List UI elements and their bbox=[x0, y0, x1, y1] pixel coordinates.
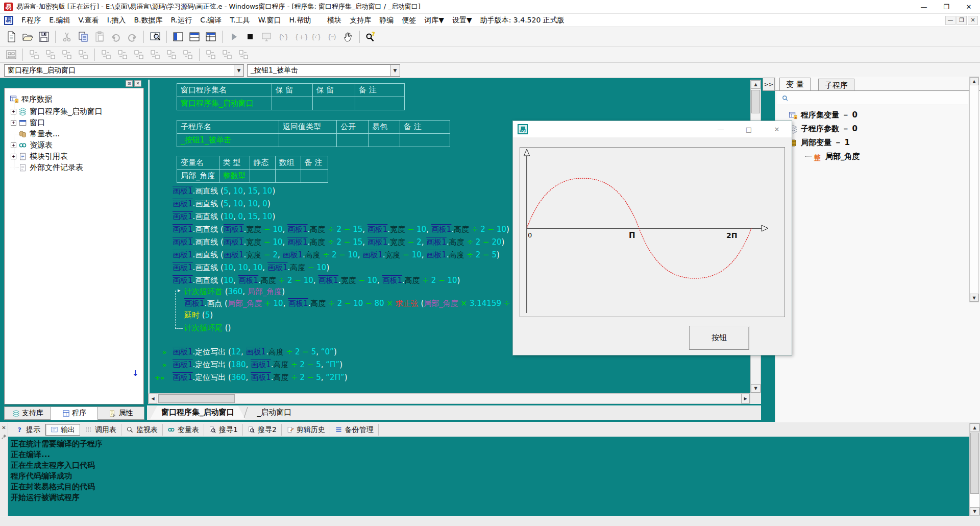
maximize-button[interactable]: ❐ bbox=[935, 0, 958, 13]
find-book-button[interactable] bbox=[148, 30, 163, 44]
table-value-cell[interactable] bbox=[275, 170, 301, 183]
layout-b-button[interactable] bbox=[187, 30, 202, 44]
child-close-button[interactable]: ✕ bbox=[968, 16, 978, 25]
save-button[interactable] bbox=[36, 30, 52, 44]
tree-root-program-data[interactable]: e程序数据 bbox=[10, 93, 52, 105]
output-tab-调用表[interactable]: 调用表 bbox=[80, 424, 121, 436]
align-2-button[interactable] bbox=[43, 47, 58, 62]
vscroll-thumb[interactable] bbox=[751, 90, 760, 113]
scroll-up-icon[interactable]: ▲ bbox=[970, 423, 979, 432]
menu-2[interactable]: E.编辑 bbox=[45, 14, 74, 26]
chevron-down-icon[interactable]: ▼ bbox=[234, 65, 243, 76]
tree-item-3[interactable]: 常量表... bbox=[11, 128, 60, 139]
align-13-button[interactable] bbox=[236, 47, 251, 62]
table-value-cell[interactable]: 局部_角度 bbox=[177, 170, 219, 183]
code-hscrollbar[interactable]: ◀ ▶ bbox=[148, 393, 750, 404]
menu-extra-5[interactable]: 词库▼ bbox=[420, 14, 448, 26]
table-value-cell[interactable] bbox=[337, 134, 369, 147]
popup-maximize-button[interactable]: □ bbox=[741, 124, 756, 135]
output-scroll-thumb[interactable] bbox=[970, 433, 979, 494]
hscroll-thumb[interactable] bbox=[158, 394, 235, 403]
panel-item-3[interactable]: 局部变量 － 1 bbox=[789, 138, 850, 148]
hand-pan-button[interactable] bbox=[340, 30, 356, 44]
menu-10[interactable]: H.帮助 bbox=[285, 14, 315, 26]
output-tab-监视表[interactable]: 监视表 bbox=[121, 424, 163, 436]
code-line-14[interactable]: 画板1.定位写出 (180, 画板1.高度 ÷ 2 − 5, “Π”) bbox=[173, 360, 342, 371]
align-7-button[interactable] bbox=[131, 47, 146, 62]
menu-extra-2[interactable]: 支持库 bbox=[346, 14, 375, 26]
menu-4[interactable]: I.插入 bbox=[103, 14, 130, 26]
code-line-2[interactable]: 画板1.画直线 (5, 10, 10, 0) bbox=[173, 199, 271, 210]
panel-item-1[interactable]: e程序集变量 － 0 bbox=[789, 110, 857, 120]
menu-extra-4[interactable]: 便签 bbox=[398, 14, 420, 26]
cut-button[interactable] bbox=[59, 30, 75, 44]
align-9-button[interactable] bbox=[164, 47, 179, 62]
copy-button[interactable] bbox=[76, 30, 91, 44]
output-tab-变量表[interactable]: 变量表 bbox=[163, 424, 204, 436]
table-value-cell[interactable] bbox=[279, 134, 337, 147]
method-combo[interactable]: _按钮1_被单击 ▼ bbox=[247, 64, 400, 77]
table-value-cell[interactable] bbox=[313, 97, 355, 110]
run-button[interactable] bbox=[226, 30, 241, 44]
align-1-button[interactable] bbox=[27, 47, 42, 62]
align-11-button[interactable] bbox=[203, 47, 218, 62]
code-line-1[interactable]: 画板1.画直线 (5, 10, 15, 10) bbox=[173, 186, 275, 198]
code-line-8[interactable]: 画板1.画直线 (10, 画板1.高度 ÷ 2 − 10, 画板1.宽度 − 1… bbox=[173, 276, 460, 287]
table-value-cell[interactable]: 窗口程序集_启动窗口 bbox=[177, 97, 272, 110]
variable-search-input[interactable] bbox=[777, 91, 968, 105]
undo-button[interactable] bbox=[125, 30, 140, 44]
menu-extra-3[interactable]: 静编 bbox=[375, 14, 398, 26]
brace-3-button[interactable]: { } bbox=[308, 30, 323, 44]
tab-属性[interactable]: 属性 bbox=[97, 407, 144, 420]
output-tab-剪辑历史[interactable]: 剪辑历史 bbox=[282, 424, 330, 436]
layout-c-button[interactable] bbox=[203, 30, 218, 44]
menu-7[interactable]: C.编译 bbox=[196, 14, 226, 26]
close-button[interactable]: ✕ bbox=[958, 0, 980, 13]
tab-程序[interactable]: 程序 bbox=[51, 407, 97, 420]
code-line-11[interactable]: 延时 (5) bbox=[184, 310, 213, 322]
align-8-button[interactable] bbox=[148, 47, 163, 62]
menu-3[interactable]: V.查看 bbox=[75, 14, 103, 26]
tree-item-1[interactable]: +窗口程序集_启动窗口 bbox=[11, 106, 103, 117]
find-in-files-button[interactable]: ? bbox=[363, 30, 379, 44]
expander-plus-icon[interactable]: + bbox=[11, 120, 16, 126]
menu-9[interactable]: W.窗口 bbox=[254, 14, 285, 26]
scroll-left-icon[interactable]: ◀ bbox=[149, 394, 157, 403]
chevron-down-icon[interactable]: ▼ bbox=[390, 65, 400, 76]
new-file-button[interactable] bbox=[4, 30, 19, 44]
child-minimize-button[interactable]: — bbox=[945, 16, 955, 25]
code-line-9[interactable]: 计次循环首 (360, 局部_角度) bbox=[184, 287, 285, 298]
table-value-cell[interactable]: _按钮1_被单击 bbox=[177, 134, 279, 147]
paste-button[interactable] bbox=[92, 30, 107, 44]
right-panel-scrollbar[interactable]: ▲ ▼ bbox=[969, 77, 979, 302]
panel-close-button[interactable]: ✕ bbox=[134, 80, 141, 87]
table-value-cell[interactable] bbox=[355, 97, 405, 110]
tree-item-4[interactable]: +资源表 bbox=[11, 139, 53, 151]
scroll-down-icon[interactable]: ▼ bbox=[751, 384, 761, 393]
expander-plus-icon[interactable]: + bbox=[11, 142, 16, 148]
code-line-13[interactable]: 画板1.定位写出 (12, 画板1.高度 ÷ 2 − 5, “0”) bbox=[173, 347, 337, 358]
menu-5[interactable]: B.数据库 bbox=[130, 14, 166, 26]
table-value-cell[interactable] bbox=[272, 97, 313, 110]
tab-支持库[interactable]: 支持库 bbox=[4, 407, 51, 420]
brace-2-button[interactable]: {+} bbox=[291, 30, 307, 44]
output-tab-备份管理[interactable]: 备份管理 bbox=[330, 424, 379, 436]
stop-button[interactable] bbox=[242, 30, 258, 44]
minimize-button[interactable]: — bbox=[913, 0, 935, 13]
code-line-3[interactable]: 画板1.画直线 (10, 0, 15, 10) bbox=[173, 212, 275, 223]
scroll-up-icon[interactable]: ▲ bbox=[751, 80, 761, 89]
table-value-cell[interactable] bbox=[301, 170, 328, 183]
collapse-panel-button[interactable]: >> bbox=[763, 78, 775, 91]
doc-tab-2[interactable]: _启动窗口 bbox=[246, 406, 303, 419]
menu-extra-6[interactable]: 设置▼ bbox=[448, 14, 476, 26]
popup-close-button[interactable]: ✕ bbox=[769, 124, 785, 135]
debug-monitor-button[interactable] bbox=[259, 30, 274, 44]
output-tab-提示[interactable]: ?提示 bbox=[11, 424, 45, 436]
output-tab-搜寻2[interactable]: 搜寻2 bbox=[243, 424, 282, 436]
child-restore-button[interactable]: ❐ bbox=[957, 16, 967, 25]
align-10-button[interactable] bbox=[180, 47, 195, 62]
code-line-5[interactable]: 画板1.画直线 (画板1.宽度 − 10, 画板1.高度 ÷ 2 − 15, 画… bbox=[173, 237, 504, 249]
layout-a-button[interactable] bbox=[170, 30, 186, 44]
popup-minimize-button[interactable]: — bbox=[713, 124, 728, 135]
expander-plus-icon[interactable]: + bbox=[11, 154, 16, 159]
